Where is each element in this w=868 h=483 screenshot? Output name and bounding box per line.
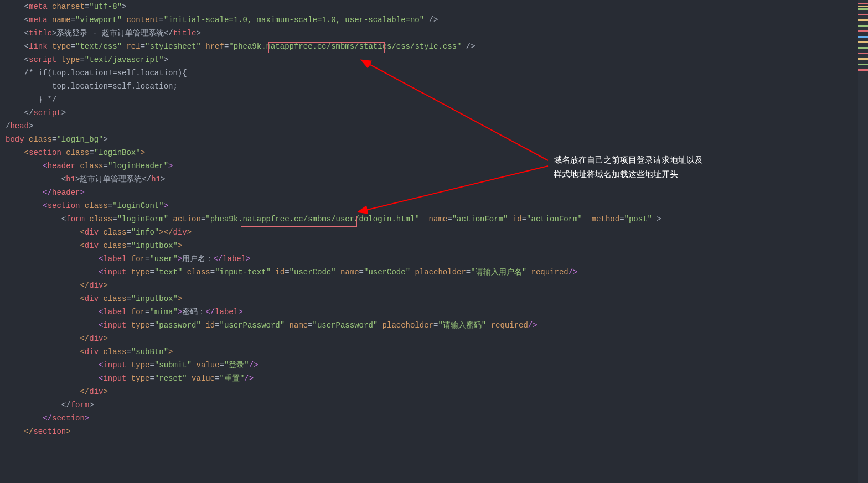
code-line: <h1>超市订单管理系统</h1>: [6, 173, 868, 186]
code-line: <script type="text/javascript">: [6, 53, 868, 66]
annotation-line1: 域名放在自己之前项目登录请求地址以及: [554, 153, 720, 167]
minimap-marker: [858, 8, 868, 10]
code-line: <div class="subBtn">: [6, 345, 868, 359]
code-editor-area: <meta charset="utf-8"> <meta name="viewp…: [0, 0, 868, 438]
minimap-marker: [858, 19, 868, 21]
minimap-marker: [858, 6, 868, 7]
code-line: <form class="loginForm" action="phea9k.n…: [6, 212, 868, 226]
code-line: <input type="reset" value="重置"/>: [6, 372, 868, 385]
attr-value: "utf-8": [89, 2, 122, 11]
annotation-line2: 样式地址将域名加载这些地址开头: [554, 167, 720, 181]
code-line: <meta name="viewport" content="initial-s…: [6, 13, 868, 27]
minimap-marker: [858, 47, 868, 49]
title-text: 系统登录 - 超市订单管理系统: [56, 29, 163, 38]
code-line: <meta charset="utf-8">: [6, 0, 868, 13]
code-line: <div class="inputbox">: [6, 292, 868, 305]
comment-text: /* if(top.location!=self.location){: [24, 69, 187, 77]
minimap-marker: [858, 69, 868, 71]
annotation-text: 域名放在自己之前项目登录请求地址以及 样式地址将域名加载这些地址开头: [554, 153, 720, 181]
code-line: <input type="submit" value="登录"/>: [6, 359, 868, 372]
minimap-marker: [858, 41, 868, 43]
minimap-marker: [858, 53, 868, 54]
minimap[interactable]: [858, 0, 868, 438]
minimap-marker: [858, 14, 868, 15]
minimap-marker: [858, 30, 868, 32]
angle-bracket: <: [24, 2, 29, 11]
code-line: </div>: [6, 279, 868, 292]
highlighted-domain-1: phea9k.natappfree.cc: [234, 42, 327, 51]
code-line: </div>: [6, 332, 868, 345]
minimap-marker: [858, 36, 868, 38]
minimap-marker: [858, 58, 868, 60]
label-text: 用户名：: [182, 255, 213, 263]
code-line: <section class="loginBox">: [6, 146, 868, 159]
highlighted-domain-2: phea9k.natappfree.cc: [210, 215, 303, 224]
code-line: </div>: [6, 385, 868, 398]
code-line: </script>: [6, 106, 868, 120]
code-line: </header>: [6, 186, 868, 199]
h1-text: 超市订单管理系统: [80, 175, 142, 184]
code-line: /* if(top.location!=self.location){: [6, 66, 868, 80]
minimap-marker: [858, 25, 868, 27]
code-line: <input type="text" class="input-text" id…: [6, 266, 868, 279]
code-line: <div class="info"></div>: [6, 226, 868, 239]
attr-name: charset: [48, 2, 85, 11]
code-line: </section>: [6, 425, 868, 438]
minimap-marker: [858, 64, 868, 65]
code-line: <input type="password" id="userPassword"…: [6, 319, 868, 332]
code-line: body class="login_bg">: [6, 133, 868, 146]
code-line: <link type="text/css" rel="stylesheet" h…: [6, 40, 868, 53]
code-line: <header class="loginHeader">: [6, 159, 868, 173]
minimap-marker: [858, 3, 868, 4]
code-line: <section class="loginCont">: [6, 199, 868, 212]
tag-name: meta: [29, 2, 48, 11]
code-line: </form>: [6, 398, 868, 412]
code-line: </section>: [6, 412, 868, 425]
label-text: 密码：: [182, 308, 205, 316]
code-line: <label for="user">用户名：</label>: [6, 252, 868, 266]
code-line: <div class="inputbox">: [6, 239, 868, 252]
code-line: <title>系统登录 - 超市订单管理系统</title>: [6, 27, 868, 40]
code-line: top.location=self.location;: [6, 80, 868, 93]
code-line: } */: [6, 93, 868, 106]
code-line: <label for="mima">密码：</label>: [6, 305, 868, 319]
code-line: /head>: [6, 120, 868, 133]
